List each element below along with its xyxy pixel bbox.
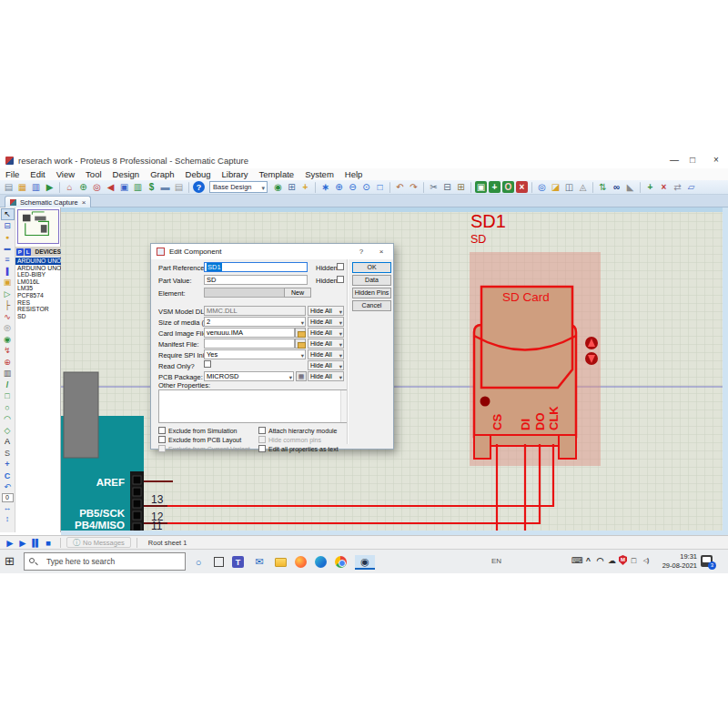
erc-icon[interactable]: ▬ [159,181,171,193]
close-button[interactable]: × [708,155,724,165]
pause-button[interactable]: ▌▌ [29,539,42,547]
taskbar-search-input[interactable]: Type here to search [24,552,186,571]
start-button[interactable]: ⊞ [5,554,15,568]
manifest-hide-dropdown[interactable]: Hide All [308,339,344,349]
arc-2d-icon[interactable]: ◠ [1,413,15,425]
menu-file[interactable]: File [0,169,25,179]
device-pin-icon[interactable]: ├ [1,299,15,311]
edge-icon[interactable] [315,556,327,568]
pick-devices-button[interactable]: P [16,248,24,256]
instruments-icon[interactable]: ▥ [1,368,15,379]
menu-design[interactable]: Design [107,169,146,179]
library-button[interactable]: L [25,248,32,256]
block-copy-icon[interactable]: ▣ [475,181,487,193]
message-indicator[interactable]: ⓘ No Messages [66,537,131,548]
manifest-browse-folder-icon[interactable] [295,339,306,349]
dialog-titlebar[interactable]: Edit Component ? × [151,244,393,259]
chrome-icon[interactable] [335,556,347,568]
volume-icon[interactable]: ◁) [641,557,651,564]
element-dropdown[interactable] [204,288,295,298]
media-size-dropdown[interactable]: 2 [204,317,306,327]
device-sd[interactable]: SD [15,313,61,320]
device-lm35[interactable]: LM35 [15,285,61,292]
pan-icon[interactable]: ∗ [319,181,331,193]
tray-chevron-icon[interactable]: ^ [583,556,593,565]
overview-minimap[interactable] [17,209,59,244]
taskbar-clock[interactable]: 19:31 29-08-2021 [653,552,697,570]
zoom-out-icon[interactable]: ⊖ [347,181,359,193]
menu-view[interactable]: View [51,169,80,179]
rotate-cw-icon[interactable]: C [1,470,15,482]
media-size-hide-dropdown[interactable]: Hide All [308,317,344,327]
maximize-button[interactable]: □ [684,155,701,165]
decompose-icon[interactable]: ◬ [577,181,589,193]
terminal-mode-icon[interactable]: ▷ [1,288,15,300]
open-folder-icon[interactable]: ▦ [16,181,28,193]
sd-socket-foot-right[interactable] [559,435,576,459]
file-explorer-icon[interactable] [275,558,287,567]
false-origin-icon[interactable]: + [299,181,311,193]
card-image-browse-folder-icon[interactable] [295,328,306,338]
menu-edit[interactable]: Edit [25,169,50,179]
new-file-icon[interactable]: ▤ [3,181,15,193]
arduino-usb-connector[interactable] [64,372,98,458]
minimize-button[interactable]: — [666,155,682,165]
part-value-hidden-checkbox[interactable] [337,276,344,283]
view-sheet-icon[interactable]: ▥ [132,181,144,193]
zoom-area-icon[interactable]: □ [374,181,386,193]
pcb-package-browse-icon[interactable]: ▦ [296,371,307,381]
new-sheet-icon[interactable]: + [644,181,656,193]
menu-tool[interactable]: Tool [80,169,106,179]
block-rotate-icon[interactable]: O [502,181,514,193]
device-arduino-uno-r3[interactable]: ARDUINO UNO R3 [15,265,61,272]
data-button[interactable]: Data [352,275,391,286]
netlist-icon[interactable]: ▤ [173,181,185,193]
read-only-hide-dropdown[interactable]: Hide All [308,360,344,370]
spi-init-dropdown[interactable]: Yes [204,349,306,359]
hidden-pins-button[interactable]: Hidden Pins [352,288,391,298]
undo-icon[interactable]: ↶ [394,181,406,193]
phone-icon[interactable]: □ [629,556,639,565]
onedrive-icon[interactable]: ☁ [607,556,617,565]
part-reference-input[interactable]: SD1 [204,262,308,272]
menu-help[interactable]: Help [339,169,369,179]
home-sheet-icon[interactable]: ⌂ [64,181,76,193]
bus-icon[interactable]: ∥ [1,266,15,278]
sd-socket-foot-left[interactable] [474,435,490,459]
exchange-icon[interactable]: ⇄ [672,181,683,193]
mcafee-icon[interactable]: M [619,555,627,565]
menu-graph[interactable]: Graph [145,169,179,179]
wifi-icon[interactable]: ◠ [595,556,605,565]
part-value-input[interactable]: SD [204,275,308,285]
symbol-2d-icon[interactable]: S [1,448,15,460]
language-indicator[interactable]: EN [491,557,501,565]
element-new-button[interactable]: New [284,288,311,298]
save-icon[interactable]: ▥ [30,181,42,193]
redo-icon[interactable]: ↷ [408,181,420,193]
stop-button[interactable]: ■ [42,538,55,548]
design-root-dropdown[interactable]: Base Design [209,181,268,193]
ok-button[interactable]: OK [352,262,391,273]
block-move-icon[interactable]: + [489,181,500,193]
graph-mode-icon[interactable]: ∿ [1,311,15,323]
proteus-taskbar-icon[interactable]: ◉ [355,555,375,570]
current-probe-icon[interactable]: ⊕ [1,357,15,369]
part-reference-hidden-checkbox[interactable] [337,263,344,270]
card-image-hide-dropdown[interactable]: Hide All [308,328,344,338]
center-sheet-icon[interactable]: ⊕ [77,181,89,193]
remove-sheet-icon[interactable]: × [658,181,670,193]
paste-icon[interactable]: ⊞ [455,181,467,193]
read-only-checkbox[interactable] [204,360,211,368]
mirror-v-icon[interactable]: ↕ [1,513,15,525]
task-view-icon[interactable] [214,557,224,567]
mail-icon[interactable]: ✉ [252,555,267,570]
hierarchy-icon[interactable]: ⇅ [597,181,609,193]
pcb-package-hide-dropdown[interactable]: Hide All [308,371,344,381]
pick-parts-icon[interactable]: ◎ [536,181,548,193]
text-script-icon[interactable]: ≡ [1,254,15,266]
play-button[interactable]: ▶ [4,538,16,548]
copy-icon[interactable]: ⊟ [441,181,453,193]
menu-system[interactable]: System [299,169,339,179]
selection-mode-icon[interactable]: ↖ [1,208,15,220]
voltage-probe-icon[interactable]: ↯ [1,345,15,357]
